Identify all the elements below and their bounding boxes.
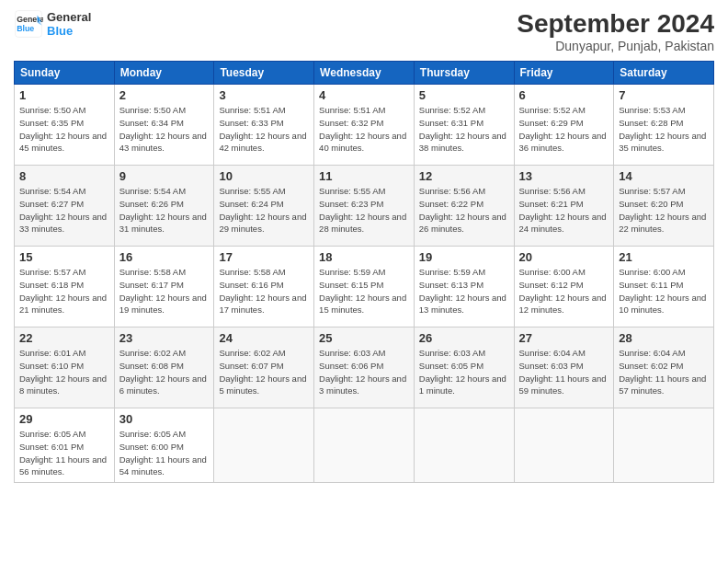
- table-row: 3Sunrise: 5:51 AMSunset: 6:33 PMDaylight…: [214, 85, 314, 166]
- day-info: Sunrise: 5:58 AMSunset: 6:17 PMDaylight:…: [119, 267, 207, 315]
- col-saturday: Saturday: [614, 62, 714, 85]
- logo: General Blue General Blue: [14, 9, 91, 39]
- day-number: 23: [119, 331, 210, 345]
- table-row: 4Sunrise: 5:51 AMSunset: 6:32 PMDaylight…: [314, 85, 415, 166]
- col-friday: Friday: [514, 62, 614, 85]
- table-row: 28Sunrise: 6:04 AMSunset: 6:02 PMDayligh…: [614, 327, 714, 408]
- table-row: 5Sunrise: 5:52 AMSunset: 6:31 PMDaylight…: [414, 85, 514, 166]
- table-row: 15Sunrise: 5:57 AMSunset: 6:18 PMDayligh…: [15, 247, 115, 327]
- logo-line2: Blue: [47, 24, 91, 38]
- table-row: 20Sunrise: 6:00 AMSunset: 6:12 PMDayligh…: [514, 247, 614, 327]
- table-row: 29Sunrise: 6:05 AMSunset: 6:01 PMDayligh…: [15, 408, 115, 483]
- day-number: 16: [119, 250, 210, 264]
- day-info: Sunrise: 6:03 AMSunset: 6:06 PMDaylight:…: [319, 348, 406, 396]
- day-number: 7: [619, 88, 709, 102]
- day-info: Sunrise: 6:05 AMSunset: 6:01 PMDaylight:…: [19, 429, 107, 477]
- table-row: 11Sunrise: 5:55 AMSunset: 6:23 PMDayligh…: [314, 166, 415, 247]
- logo-icon: General Blue: [14, 9, 43, 39]
- calendar-week-1: 1Sunrise: 5:50 AMSunset: 6:35 PMDaylight…: [15, 85, 714, 166]
- day-number: 28: [619, 331, 709, 345]
- month-title: September 2024: [517, 9, 714, 39]
- col-tuesday: Tuesday: [214, 62, 314, 85]
- day-number: 24: [219, 331, 309, 345]
- day-info: Sunrise: 5:56 AMSunset: 6:22 PMDaylight:…: [419, 186, 506, 234]
- logo-line1: General: [47, 10, 91, 24]
- day-number: 25: [319, 331, 409, 345]
- location: Dunyapur, Punjab, Pakistan: [517, 39, 714, 53]
- day-number: 10: [219, 169, 309, 183]
- day-number: 17: [219, 250, 309, 264]
- day-info: Sunrise: 5:58 AMSunset: 6:16 PMDaylight:…: [219, 267, 306, 315]
- day-info: Sunrise: 6:02 AMSunset: 6:08 PMDaylight:…: [119, 348, 207, 396]
- day-number: 11: [319, 169, 409, 183]
- day-number: 29: [19, 412, 109, 426]
- day-info: Sunrise: 6:00 AMSunset: 6:12 PMDaylight:…: [519, 267, 607, 315]
- table-row: 24Sunrise: 6:02 AMSunset: 6:07 PMDayligh…: [214, 327, 314, 408]
- calendar-week-5: 29Sunrise: 6:05 AMSunset: 6:01 PMDayligh…: [15, 408, 714, 483]
- day-info: Sunrise: 5:51 AMSunset: 6:33 PMDaylight:…: [219, 105, 306, 153]
- table-row: [214, 408, 314, 483]
- table-row: 9Sunrise: 5:54 AMSunset: 6:26 PMDaylight…: [114, 166, 214, 247]
- day-info: Sunrise: 6:01 AMSunset: 6:10 PMDaylight:…: [19, 348, 107, 396]
- day-number: 13: [519, 169, 609, 183]
- day-info: Sunrise: 5:59 AMSunset: 6:13 PMDaylight:…: [419, 267, 506, 315]
- table-row: 8Sunrise: 5:54 AMSunset: 6:27 PMDaylight…: [15, 166, 115, 247]
- col-monday: Monday: [114, 62, 214, 85]
- day-info: Sunrise: 5:53 AMSunset: 6:28 PMDaylight:…: [619, 105, 706, 153]
- day-info: Sunrise: 6:04 AMSunset: 6:03 PMDaylight:…: [519, 348, 607, 396]
- day-number: 22: [19, 331, 109, 345]
- day-number: 12: [419, 169, 509, 183]
- table-row: 10Sunrise: 5:55 AMSunset: 6:24 PMDayligh…: [214, 166, 314, 247]
- day-info: Sunrise: 6:05 AMSunset: 6:00 PMDaylight:…: [119, 429, 207, 477]
- day-number: 14: [619, 169, 709, 183]
- table-row: 16Sunrise: 5:58 AMSunset: 6:17 PMDayligh…: [114, 247, 214, 327]
- col-wednesday: Wednesday: [314, 62, 415, 85]
- day-number: 6: [519, 88, 609, 102]
- table-row: [314, 408, 415, 483]
- calendar-week-3: 15Sunrise: 5:57 AMSunset: 6:18 PMDayligh…: [15, 247, 714, 327]
- day-info: Sunrise: 5:55 AMSunset: 6:23 PMDaylight:…: [319, 186, 406, 234]
- col-thursday: Thursday: [414, 62, 514, 85]
- day-number: 8: [19, 169, 109, 183]
- day-info: Sunrise: 5:50 AMSunset: 6:34 PMDaylight:…: [119, 105, 207, 153]
- table-row: 14Sunrise: 5:57 AMSunset: 6:20 PMDayligh…: [614, 166, 714, 247]
- table-row: 12Sunrise: 5:56 AMSunset: 6:22 PMDayligh…: [414, 166, 514, 247]
- day-info: Sunrise: 5:54 AMSunset: 6:26 PMDaylight:…: [119, 186, 207, 234]
- table-row: [514, 408, 614, 483]
- table-row: 17Sunrise: 5:58 AMSunset: 6:16 PMDayligh…: [214, 247, 314, 327]
- table-row: 26Sunrise: 6:03 AMSunset: 6:05 PMDayligh…: [414, 327, 514, 408]
- day-info: Sunrise: 5:55 AMSunset: 6:24 PMDaylight:…: [219, 186, 306, 234]
- day-number: 9: [119, 169, 210, 183]
- table-row: 13Sunrise: 5:56 AMSunset: 6:21 PMDayligh…: [514, 166, 614, 247]
- table-row: 18Sunrise: 5:59 AMSunset: 6:15 PMDayligh…: [314, 247, 415, 327]
- day-info: Sunrise: 6:03 AMSunset: 6:05 PMDaylight:…: [419, 348, 506, 396]
- table-row: 30Sunrise: 6:05 AMSunset: 6:00 PMDayligh…: [114, 408, 214, 483]
- day-info: Sunrise: 5:54 AMSunset: 6:27 PMDaylight:…: [19, 186, 107, 234]
- day-info: Sunrise: 5:57 AMSunset: 6:20 PMDaylight:…: [619, 186, 706, 234]
- day-number: 30: [119, 412, 210, 426]
- day-info: Sunrise: 5:57 AMSunset: 6:18 PMDaylight:…: [19, 267, 107, 315]
- table-row: [414, 408, 514, 483]
- calendar-week-2: 8Sunrise: 5:54 AMSunset: 6:27 PMDaylight…: [15, 166, 714, 247]
- day-number: 21: [619, 250, 709, 264]
- title-block: September 2024 Dunyapur, Punjab, Pakista…: [517, 9, 714, 53]
- table-row: 23Sunrise: 6:02 AMSunset: 6:08 PMDayligh…: [114, 327, 214, 408]
- day-info: Sunrise: 6:00 AMSunset: 6:11 PMDaylight:…: [619, 267, 706, 315]
- table-row: 19Sunrise: 5:59 AMSunset: 6:13 PMDayligh…: [414, 247, 514, 327]
- page: General Blue General Blue September 2024…: [0, 0, 728, 563]
- day-number: 2: [119, 88, 210, 102]
- table-row: [614, 408, 714, 483]
- day-number: 1: [19, 88, 109, 102]
- day-info: Sunrise: 5:59 AMSunset: 6:15 PMDaylight:…: [319, 267, 406, 315]
- day-info: Sunrise: 6:02 AMSunset: 6:07 PMDaylight:…: [219, 348, 306, 396]
- calendar-header-row: Sunday Monday Tuesday Wednesday Thursday…: [15, 62, 714, 85]
- table-row: 22Sunrise: 6:01 AMSunset: 6:10 PMDayligh…: [15, 327, 115, 408]
- logo-text: General Blue: [47, 10, 91, 38]
- day-number: 27: [519, 331, 609, 345]
- day-number: 4: [319, 88, 409, 102]
- col-sunday: Sunday: [15, 62, 115, 85]
- table-row: 21Sunrise: 6:00 AMSunset: 6:11 PMDayligh…: [614, 247, 714, 327]
- day-info: Sunrise: 6:04 AMSunset: 6:02 PMDaylight:…: [619, 348, 706, 396]
- svg-text:Blue: Blue: [17, 24, 34, 33]
- day-number: 5: [419, 88, 509, 102]
